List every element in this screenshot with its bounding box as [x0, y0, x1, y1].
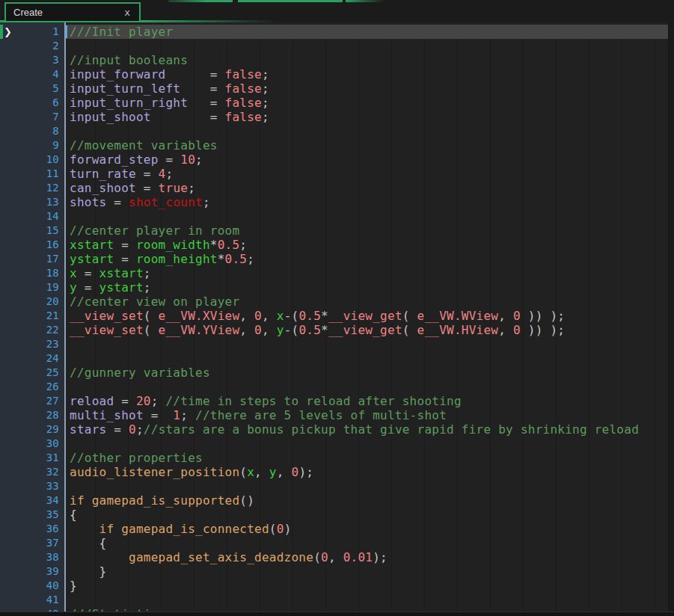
- code-line[interactable]: [66, 380, 668, 394]
- line-number-gutter[interactable]: 1234567891011121314151617181920212223242…: [0, 22, 64, 616]
- code-token: =: [77, 280, 99, 295]
- line-number[interactable]: 38: [0, 550, 64, 564]
- code-line[interactable]: audio_listener_position(x, y, 0);: [66, 465, 668, 479]
- code-token: input_shoot: [70, 110, 151, 124]
- code-line[interactable]: if gamepad_is_supported(): [66, 493, 668, 508]
- code-line[interactable]: gamepad_set_axis_deadzone(0, 0.01);: [66, 550, 668, 564]
- line-number[interactable]: 31: [0, 451, 64, 465]
- line-number[interactable]: 9: [0, 138, 64, 153]
- line-number[interactable]: 32: [0, 465, 64, 479]
- code-line[interactable]: input_forward = false;: [66, 67, 668, 81]
- code-line[interactable]: {: [66, 536, 668, 550]
- line-number[interactable]: 16: [0, 238, 64, 252]
- tab-close-icon[interactable]: x: [124, 7, 130, 17]
- line-number[interactable]: 18: [0, 266, 64, 280]
- line-number[interactable]: 19: [0, 280, 64, 295]
- code-line[interactable]: }: [66, 579, 668, 593]
- line-number[interactable]: 33: [0, 479, 64, 493]
- code-token: (: [144, 323, 159, 337]
- code-line[interactable]: if gamepad_is_connected(0): [66, 522, 668, 536]
- line-number[interactable]: 39: [0, 564, 64, 579]
- code-token: x: [277, 309, 284, 323]
- code-line[interactable]: __view_set( e__VW.YView, 0, y-(0.5*__vie…: [66, 323, 668, 337]
- line-number[interactable]: 14: [0, 209, 64, 224]
- line-number[interactable]: 34: [0, 493, 64, 508]
- tab-create[interactable]: Create x: [4, 2, 141, 22]
- line-number[interactable]: 17: [0, 252, 64, 266]
- line-number[interactable]: 36: [0, 522, 64, 536]
- code-token: =: [165, 67, 224, 81]
- code-line[interactable]: input_turn_left = false;: [66, 81, 668, 96]
- code-line[interactable]: input_shoot = false;: [66, 110, 668, 124]
- code-line[interactable]: multi_shot = 1; //there are 5 levels of …: [66, 408, 668, 422]
- line-number[interactable]: 6: [0, 96, 64, 110]
- code-line[interactable]: x = xstart;: [66, 266, 668, 280]
- code-line[interactable]: turn_rate = 4;: [66, 167, 668, 181]
- line-number[interactable]: 35: [0, 508, 64, 522]
- code-line[interactable]: xstart = room_width*0.5;: [66, 238, 668, 252]
- line-number[interactable]: 8: [0, 124, 64, 138]
- code-line[interactable]: //gunnery variables: [66, 366, 668, 380]
- code-line[interactable]: [66, 209, 668, 224]
- code-token: room_height: [136, 252, 218, 266]
- vertical-scrollbar[interactable]: [668, 22, 674, 612]
- code-token: //center view on player: [70, 295, 239, 309]
- line-number[interactable]: 30: [0, 437, 64, 451]
- line-number[interactable]: 21: [0, 309, 64, 323]
- line-number[interactable]: 40: [0, 579, 64, 593]
- code-line[interactable]: __view_set( e__VW.XView, 0, x-(0.5*__vie…: [66, 309, 668, 323]
- code-token: shots: [70, 195, 106, 209]
- code-line[interactable]: stars = 0;//stars are a bonus pickup tha…: [66, 422, 668, 437]
- code-line[interactable]: ///Init player: [66, 25, 668, 39]
- code-line[interactable]: forward_step = 10;: [66, 153, 668, 167]
- line-number[interactable]: 37: [0, 536, 64, 550]
- line-number[interactable]: 4: [0, 67, 64, 81]
- code-line[interactable]: can_shoot = true;: [66, 181, 668, 195]
- code-line[interactable]: //center view on player: [66, 295, 668, 309]
- line-number[interactable]: 26: [0, 380, 64, 394]
- line-number[interactable]: 25: [0, 366, 64, 380]
- line-numbers: 1234567891011121314151617181920212223242…: [0, 25, 64, 616]
- line-number[interactable]: 12: [0, 181, 64, 195]
- code-line[interactable]: //input booleans: [66, 53, 668, 67]
- line-number[interactable]: 13: [0, 195, 64, 209]
- line-number[interactable]: 11: [0, 167, 64, 181]
- code-line[interactable]: [66, 351, 668, 366]
- code-line[interactable]: [66, 337, 668, 351]
- code-line[interactable]: [66, 437, 668, 451]
- line-number[interactable]: 10: [0, 153, 64, 167]
- code-line[interactable]: [66, 124, 668, 138]
- line-number[interactable]: 3: [0, 53, 64, 67]
- code-area[interactable]: ///Init player//input booleansinput_forw…: [66, 22, 668, 616]
- code-token: ;: [203, 195, 210, 209]
- code-line[interactable]: {: [66, 508, 668, 522]
- code-line[interactable]: [66, 593, 668, 607]
- code-line[interactable]: y = ystart;: [66, 280, 668, 295]
- code-line[interactable]: ystart = room_height*0.5;: [66, 252, 668, 266]
- code-line[interactable]: //movement variables: [66, 138, 668, 153]
- code-line[interactable]: [66, 39, 668, 53]
- line-number[interactable]: 23: [0, 337, 64, 351]
- line-number[interactable]: 27: [0, 394, 64, 408]
- line-number[interactable]: 22: [0, 323, 64, 337]
- line-number[interactable]: 28: [0, 408, 64, 422]
- line-number[interactable]: 41: [0, 593, 64, 607]
- line-number[interactable]: 7: [0, 110, 64, 124]
- line-number[interactable]: 5: [0, 81, 64, 96]
- line-number[interactable]: 20: [0, 295, 64, 309]
- code-token: can_shoot: [70, 181, 136, 195]
- code-token: =: [180, 81, 224, 96]
- code-line[interactable]: reload = 20; //time in steps to reload a…: [66, 394, 668, 408]
- line-number[interactable]: 2: [0, 39, 64, 53]
- code-line[interactable]: shots = shot_count;: [66, 195, 668, 209]
- code-line[interactable]: //center player in room: [66, 224, 668, 238]
- code-line[interactable]: input_turn_right = false;: [66, 96, 668, 110]
- code-line[interactable]: //other properties: [66, 451, 668, 465]
- line-number[interactable]: 29: [0, 422, 64, 437]
- code-line[interactable]: }: [66, 564, 668, 579]
- code-line[interactable]: [66, 479, 668, 493]
- code-token: ;: [151, 394, 166, 408]
- horizontal-scrollbar[interactable]: [0, 612, 674, 616]
- line-number[interactable]: 24: [0, 351, 64, 366]
- line-number[interactable]: 15: [0, 224, 64, 238]
